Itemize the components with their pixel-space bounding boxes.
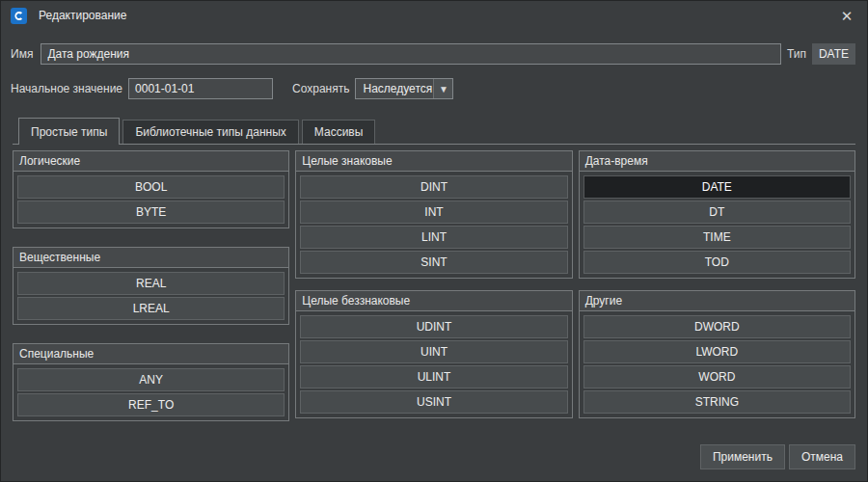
type-group-title: Специальные (14, 344, 288, 364)
type-group-title: Другие (580, 291, 854, 311)
save-dropdown-value: Наследуется (356, 79, 433, 98)
type-button-usint[interactable]: USINT (300, 390, 567, 414)
type-group: СпециальныеANYREF_TO (13, 343, 289, 421)
tab-simple-types[interactable]: Простые типы (18, 118, 120, 145)
close-icon[interactable]: ✕ (836, 6, 857, 27)
cancel-button[interactable]: Отмена (789, 444, 855, 469)
type-group-body: DINTINTLINTSINT (296, 172, 571, 278)
type-label: Тип (787, 47, 806, 61)
name-row: Имя Тип DATE (11, 43, 855, 65)
name-label: Имя (11, 47, 33, 61)
tab-arrays[interactable]: Массивы (302, 120, 376, 144)
initial-value-input[interactable] (128, 78, 273, 99)
type-button-lint[interactable]: LINT (300, 226, 567, 249)
tab-bar: Простые типы Библиотечные типы данных Ма… (18, 118, 375, 144)
type-button-lreal[interactable]: LREAL (17, 297, 285, 320)
type-button-uint[interactable]: UINT (300, 340, 567, 363)
type-button-dt[interactable]: DT (583, 201, 851, 224)
type-group: ДругиеDWORDLWORDWORDSTRING (579, 290, 855, 418)
type-group-title: Целые беззнаковые (296, 291, 571, 311)
type-group-body: UDINTUINTULINTUSINT (296, 311, 571, 417)
type-group-body: BOOLBYTE (14, 172, 288, 228)
type-button-int[interactable]: INT (300, 201, 567, 224)
type-button-any[interactable]: ANY (17, 368, 285, 391)
type-button-dword[interactable]: DWORD (583, 315, 851, 338)
apply-button[interactable]: Применить (700, 444, 785, 469)
type-group-body: ANYREF_TO (14, 364, 288, 420)
type-value-box: DATE (812, 43, 855, 65)
type-group: ЛогическиеBOOLBYTE (13, 150, 289, 228)
type-button-udint[interactable]: UDINT (300, 315, 567, 338)
save-dropdown[interactable]: Наследуется ▼ (355, 78, 453, 99)
type-button-ulint[interactable]: ULINT (300, 365, 567, 388)
type-button-tod[interactable]: TOD (583, 251, 851, 274)
type-column: Целые знаковыеDINTINTLINTSINTЦелые беззн… (295, 150, 572, 428)
chevron-down-icon: ▼ (433, 79, 452, 98)
type-button-bool[interactable]: BOOL (17, 175, 285, 199)
app-icon (11, 8, 27, 24)
name-input[interactable] (41, 43, 781, 65)
type-button-time[interactable]: TIME (583, 226, 851, 249)
type-group-title: Дата-время (580, 151, 854, 172)
type-button-dint[interactable]: DINT (300, 175, 567, 199)
initial-value-row: Начальное значение Сохранять Наследуется… (11, 78, 855, 99)
tab-content-pane: ЛогическиеBOOLBYTEВещественныеREALLREALС… (13, 144, 855, 428)
initial-value-label: Начальное значение (11, 82, 122, 95)
type-button-date[interactable]: DATE (583, 175, 851, 199)
window-title: Редактирование (39, 9, 126, 22)
type-group-body: DATEDTTIMETOD (580, 172, 854, 278)
type-group: Целые знаковыеDINTINTLINTSINT (295, 150, 572, 279)
type-button-sint[interactable]: SINT (300, 251, 567, 274)
edit-dialog-window: Редактирование ✕ Имя Тип DATE Начальное … (0, 0, 868, 482)
tab-library-types[interactable]: Библиотечные типы данных (122, 120, 298, 144)
type-button-ref_to[interactable]: REF_TO (17, 393, 285, 416)
type-column: Дата-времяDATEDTTIMETODДругиеDWORDLWORDW… (579, 150, 855, 428)
type-group-title: Логические (14, 151, 288, 172)
type-group-title: Целые знаковые (296, 151, 571, 172)
type-group-body: REALLREAL (14, 268, 288, 324)
type-group: Дата-времяDATEDTTIMETOD (579, 150, 855, 279)
type-group-title: Вещественные (14, 248, 288, 268)
type-button-string[interactable]: STRING (583, 390, 851, 414)
type-group: Целые беззнаковыеUDINTUINTULINTUSINT (295, 290, 572, 418)
title-bar: Редактирование ✕ (1, 1, 867, 30)
type-column: ЛогическиеBOOLBYTEВещественныеREALLREALС… (13, 150, 289, 428)
footer-buttons: Применить Отмена (700, 444, 855, 469)
type-button-byte[interactable]: BYTE (17, 201, 285, 224)
save-label: Сохранять (292, 82, 349, 95)
type-group: ВещественныеREALLREAL (13, 247, 289, 325)
type-button-real[interactable]: REAL (17, 272, 285, 295)
type-group-body: DWORDLWORDWORDSTRING (580, 311, 854, 417)
type-button-lword[interactable]: LWORD (583, 340, 851, 363)
type-button-word[interactable]: WORD (583, 365, 851, 388)
